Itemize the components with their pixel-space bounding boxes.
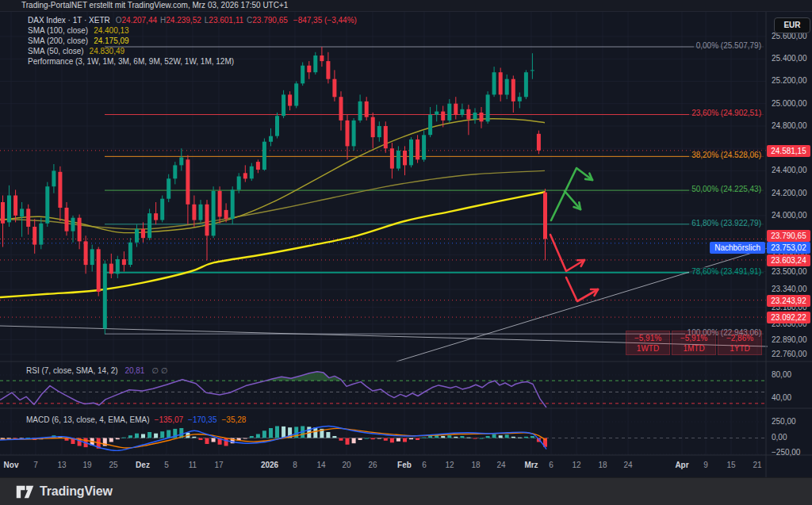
performance-cell: −5,91%1MTD (672, 331, 716, 355)
chart-canvas[interactable] (0, 0, 812, 505)
currency-button[interactable]: EUR (774, 17, 810, 33)
drawn-arrow[interactable] (550, 235, 584, 271)
fib-level-label: 50,00% (24.225,43) (689, 185, 764, 193)
sma-legend-row[interactable]: SMA (200, close)24.175,09 (28, 36, 357, 44)
time-axis-label[interactable]: 17 (203, 461, 235, 469)
sma100-line (0, 170, 545, 229)
macd-axis-label[interactable]: −250,00 (772, 448, 800, 457)
price-axis-label[interactable]: 24.800,00 (772, 121, 807, 130)
macd-legend[interactable]: MACD (6, 13, close, 4, EMA, EMA)−135,07−… (26, 415, 251, 424)
drawn-arrow[interactable] (551, 168, 592, 220)
attribution-bar: Trading-PortalNET erstellt mit TradingVi… (0, 0, 812, 12)
sma-legend-row[interactable]: SMA (50, close)24.830,49 (28, 47, 357, 55)
ohlc-value: 24.239,52 (166, 16, 201, 25)
ohlc-values: O24.207,44H24.239,52L23.601,11C23.790,65 (116, 16, 291, 25)
macd-values: −135,07−170,35−35,28 (155, 415, 251, 424)
ohlc-value: 24.207,44 (122, 16, 158, 25)
tradingview-wordmark: TradingView (40, 484, 113, 499)
price-tag: 23.092,22 (767, 312, 810, 323)
time-axis-label[interactable]: 21 (741, 461, 773, 469)
symbol-legend-row[interactable]: DAX Index · 1T · XETRO24.207,44H24.239,5… (28, 16, 357, 24)
rsi-axis-label[interactable]: 40,00 (772, 393, 791, 402)
rsi-overbought-fill (266, 372, 342, 381)
time-axis-label[interactable]: 24 (612, 461, 644, 469)
price-axis-label[interactable]: 22.890,00 (772, 335, 807, 344)
sma-label: SMA (50, close) (28, 47, 84, 55)
sma-label: SMA (200, close) (28, 36, 88, 45)
rsi-value: 20,81 (124, 366, 144, 375)
price-axis-label[interactable]: 25.000,00 (772, 99, 807, 108)
tradingview-logo-icon (16, 484, 34, 499)
sma-value: 24.175,09 (94, 36, 129, 45)
rsi-extra: ∅ ∅ (151, 366, 167, 375)
price-tag: 23.243,92 (767, 295, 810, 307)
rsi-axis-label[interactable]: 80,00 (772, 370, 791, 379)
change-value: −847,35 (−3,44%) (293, 16, 357, 25)
macd-value: −135,07 (155, 415, 183, 424)
price-axis-label[interactable]: 24.000,00 (772, 211, 807, 220)
performance-table: −5,91%1WTD−5,91%1MTD−2,86%1YTD (626, 331, 762, 355)
performance-legend-row[interactable]: Performance (3, 1W, 1M, 3M, 6M, 9M, 52W,… (28, 57, 357, 65)
rsi-legend-label[interactable]: RSI (7, close, SMA, 14, 2) (26, 366, 118, 375)
drawn-arrow[interactable] (565, 191, 580, 209)
attribution-text: Trading-PortalNET erstellt mit TradingVi… (21, 1, 288, 10)
price-axis-label[interactable]: 24.200,00 (772, 189, 807, 197)
sma200-line (0, 192, 545, 297)
fib-level-label: 61,80% (23.922,79) (689, 219, 764, 228)
afterhours-tag: Nachbörslich (710, 242, 765, 254)
price-tag: 23.790,65 (767, 230, 810, 242)
ohlc-letter: O (116, 16, 122, 25)
ohlc-value: 23.601,11 (209, 16, 243, 25)
fib-level-label: 23,60% (24.902,51) (689, 109, 764, 117)
time-axis-label[interactable]: 24 (485, 461, 517, 469)
ohlc-value: 23.790,65 (252, 16, 288, 25)
price-tag: 24.581,15 (767, 145, 810, 157)
macd-histogram (1, 427, 547, 449)
price-axis-label[interactable]: 23.340,00 (772, 285, 807, 293)
sma-legend-row[interactable]: SMA (100, close)24.400,13 (28, 26, 357, 34)
macd-value: −35,28 (221, 415, 246, 424)
footer-bar: TradingView (0, 477, 812, 505)
symbol-title[interactable]: DAX Index · 1T · XETR (28, 16, 110, 25)
price-tag: 23.603,24 (767, 254, 810, 266)
performance-cell: −2,86%1YTD (718, 331, 762, 355)
tradingview-logo[interactable]: TradingView (16, 484, 113, 499)
sma-value: 24.830,49 (90, 47, 125, 55)
fib-level-label: 38,20% (24.528,06) (689, 151, 764, 159)
macd-axis-label[interactable]: 0,00 (772, 433, 787, 442)
sma-value: 24.400,13 (94, 26, 129, 35)
macd-axis-label[interactable]: 250,00 (772, 417, 796, 426)
price-axis-label[interactable]: 25.200,00 (772, 76, 807, 85)
main-legend[interactable]: DAX Index · 1T · XETRO24.207,44H24.239,5… (28, 16, 357, 67)
price-axis-label[interactable]: 23.500,00 (772, 267, 807, 276)
price-tag: 23.753,02 (767, 242, 810, 254)
time-axis-label[interactable]: 25 (98, 461, 129, 469)
price-axis-label[interactable]: 22.760,00 (772, 350, 807, 358)
fib-level-label: 78,60% (23.491,91) (689, 267, 764, 276)
rsi-legend[interactable]: RSI (7, close, SMA, 14, 2) 20,81 ∅ ∅ (26, 366, 167, 375)
fib-level-label: 0,00% (25.507,79) (694, 41, 764, 50)
sma-label: SMA (100, close) (28, 26, 88, 35)
price-axis-label[interactable]: 25.400,00 (772, 54, 807, 63)
tradingview-chart-window: Trading-PortalNET erstellt mit TradingVi… (0, 0, 812, 505)
macd-legend-label[interactable]: MACD (6, 13, close, 4, EMA, EMA) (26, 415, 150, 424)
macd-value: −170,35 (188, 415, 216, 424)
rsi-line (0, 372, 546, 407)
time-axis-label[interactable]: 26 (357, 461, 389, 469)
price-axis-label[interactable]: 24.400,00 (772, 166, 807, 174)
performance-cell: −5,91%1WTD (626, 331, 670, 355)
